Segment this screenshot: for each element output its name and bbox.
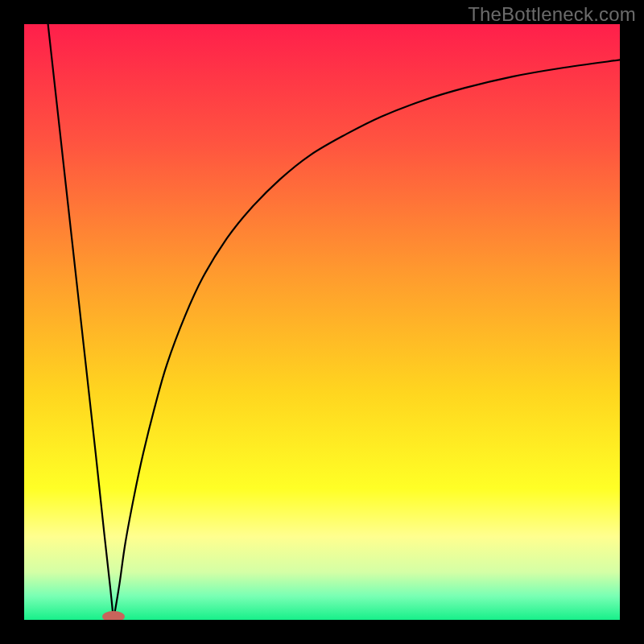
plot-area bbox=[24, 24, 620, 620]
watermark-text: TheBottleneck.com bbox=[468, 3, 636, 26]
chart-frame: TheBottleneck.com bbox=[0, 0, 644, 644]
chart-svg bbox=[24, 24, 620, 620]
gradient-background bbox=[24, 24, 620, 620]
